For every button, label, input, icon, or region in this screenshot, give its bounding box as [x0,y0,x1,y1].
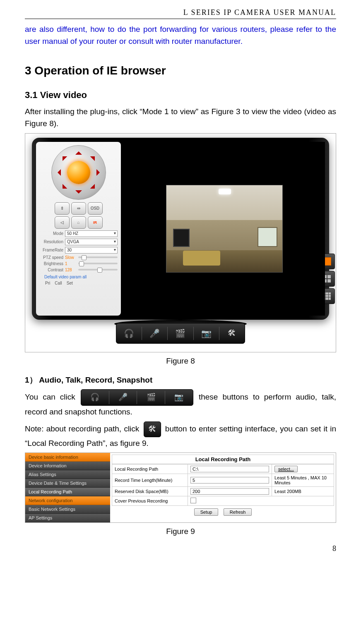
talk-icon[interactable]: 🎤 [146,326,164,341]
cover-previous-checkbox[interactable] [190,498,196,503]
settings-sidebar: Device basic information Device Informat… [25,453,110,522]
video-area [123,142,325,316]
resolution-label: Resolution [39,239,63,244]
section-3-1-title: 3.1 View video [25,90,336,101]
brightness-slider[interactable] [78,263,118,264]
settings-table: Local Recording Path select... Record Ti… [112,464,334,506]
sub1-line2a: Note: about recording path, click [25,424,142,433]
ptz-speed-label: PTZ speed [39,255,63,260]
ptz-up-right[interactable] [90,151,99,161]
figure-8: ⇕ ⇔ OSD ◁ ⌂ IR Mode 50 HZ Resolution QVG… [25,133,336,352]
section-3-title: 3 Operation of IE browser [25,64,336,77]
audio-icon[interactable]: 🎧 [120,326,138,341]
ptz-speed-slider[interactable] [78,256,118,258]
row-label: Reserved Disk Space(MB) [112,487,188,496]
flip-vertical-icon[interactable]: ⇕ [55,202,70,215]
inline-settings-icon[interactable]: 🛠 [144,421,161,437]
panel-button-row: Setup Refresh [112,506,334,516]
panel-title: Local Recording Path [112,455,334,464]
flip-horizontal-icon[interactable]: ⇔ [71,202,86,215]
row-hint: Least 5 Minutes , MAX 10 Minutes [272,474,334,487]
contrast-label: Contrast [39,268,63,272]
table-row: Local Recording Path select... [112,464,334,474]
sub1-line1: You can click 🎧 🎤 🎬 📷 these buttons to p… [25,389,336,418]
select-path-button[interactable]: select... [274,466,298,472]
talk-icon[interactable]: 🎤 [115,391,131,404]
sidebar-item-date-time[interactable]: Device Date & Time Settings [25,479,110,488]
contrast-slider[interactable] [78,269,118,271]
brightness-value: 1 [65,261,77,266]
contrast-value: 128 [65,268,77,272]
record-time-input[interactable] [190,477,269,484]
page-header: L SERIES IP CAMERA USER MANUAL [25,8,336,19]
video-frame [166,185,283,273]
resolution-select[interactable]: QVGA [65,239,118,245]
osd-button[interactable]: OSD [88,202,103,215]
row-label: Record Time Length(Minute) [112,474,188,487]
brightness-label: Brightness [39,261,63,266]
control-panel: ⇕ ⇔ OSD ◁ ⌂ IR Mode 50 HZ Resolution QVG… [36,142,121,316]
row-label: Local Recording Path [112,464,188,474]
reserved-disk-input[interactable] [190,488,269,495]
prev-icon[interactable]: ◁ [55,216,70,229]
page-number: 8 [25,544,336,553]
ptz-down[interactable] [75,190,82,197]
sub1-title: 1） Audio, Talk, Record, Snapshot [25,374,336,386]
sidebar-item-local-recording[interactable]: Local Recording Path [25,488,110,496]
ptz-right[interactable] [96,169,103,176]
snapshot-icon[interactable]: 📷 [171,391,187,404]
media-toolbar: 🎧 🎤 🎬 📷 🛠 [116,323,245,344]
preset-call[interactable]: Call [55,281,62,285]
sidebar-item-basic-network[interactable]: Basic Network Settings [25,505,110,514]
ptz-center-button[interactable] [67,161,90,184]
row-value-cell [188,464,272,474]
settings-main: Local Recording Path Local Recording Pat… [110,453,336,522]
sidebar-item-device-info[interactable]: Device Information [25,462,110,470]
record-icon[interactable]: 🎬 [143,391,159,404]
home-icon[interactable]: ⌂ [71,216,86,229]
row-hint: Least 200MB [272,487,334,496]
record-icon[interactable]: 🎬 [171,326,190,341]
ptz-down-right[interactable] [90,184,99,193]
setup-button[interactable]: Setup [194,508,219,516]
audio-icon[interactable]: 🎧 [87,391,103,404]
ptz-speed-value: Slow [65,255,77,260]
refresh-button[interactable]: Refresh [224,508,252,516]
row-value-cell [188,487,272,496]
ptz-left[interactable] [54,169,61,176]
ptz-up[interactable] [75,148,82,155]
framerate-label: FrameRate [39,248,63,252]
sub1-line1a: You can click [25,393,80,401]
sidebar-head-network[interactable]: Network configuration [25,496,110,505]
ptz-down-left[interactable] [58,184,67,193]
body-text-after-install: After installing the plug-ins, click “Mo… [25,105,336,130]
row-value-cell [188,474,272,487]
settings-icon[interactable]: 🛠 [223,326,241,341]
sidebar-item-alias[interactable]: Alias Settings [25,470,110,479]
table-row: Reserved Disk Space(MB) Least 200MB [112,487,334,496]
preset-set[interactable]: Set [67,281,73,285]
figure-9: Device basic information Device Informat… [25,452,336,523]
figure-9-caption: Figure 9 [25,527,336,536]
sidebar-item-ap-settings[interactable]: AP Settings [25,514,110,522]
local-path-input[interactable] [190,466,269,472]
mode-select[interactable]: 50 HZ [65,230,118,237]
table-row: Record Time Length(Minute) Least 5 Minut… [112,474,334,487]
default-params-link[interactable]: Default video param all [44,275,118,279]
preset-row: Pri Call Set [39,281,118,285]
monitor-frame: ⇕ ⇔ OSD ◁ ⌂ IR Mode 50 HZ Resolution QVG… [32,138,329,320]
preset-pri[interactable]: Pri [45,281,50,285]
sidebar-head-device-basic[interactable]: Device basic information [25,453,110,462]
snapshot-icon[interactable]: 📷 [197,326,215,341]
row-label: Cover Previous Recording [112,496,188,506]
row-extra-cell: select... [272,464,334,474]
ir-button[interactable]: IR [88,216,103,229]
inline-media-toolbar: 🎧 🎤 🎬 📷 [81,389,193,406]
sub1-line2: Note: about recording path, click 🛠 butt… [25,421,336,449]
ptz-wheel[interactable] [51,145,106,200]
figure-8-caption: Figure 8 [25,357,336,366]
framerate-select[interactable]: 30 [65,247,118,254]
row-value-cell [188,496,334,506]
intro-paragraph: are also different, how to do the port f… [25,23,336,48]
ptz-up-left[interactable] [58,151,67,161]
